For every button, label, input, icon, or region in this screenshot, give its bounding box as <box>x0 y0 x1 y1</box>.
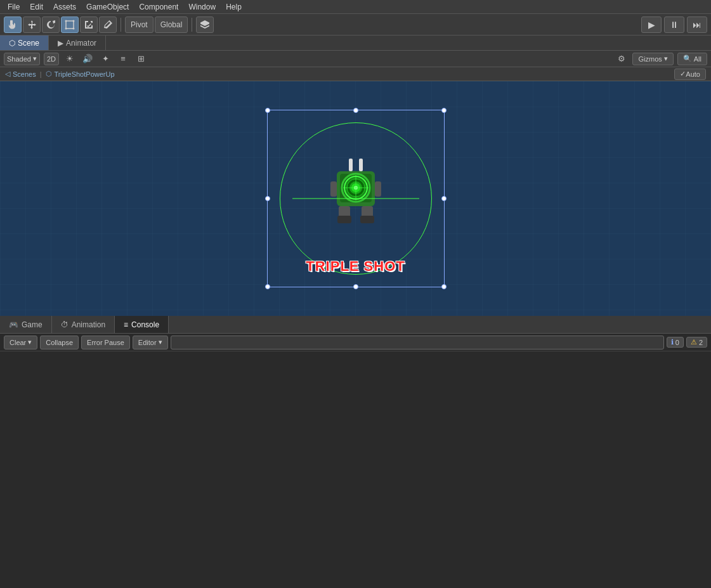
global-button[interactable]: Global <box>155 16 188 33</box>
rect-transform-button[interactable] <box>61 16 79 33</box>
pause-button[interactable]: ⏸ <box>664 16 684 33</box>
pivot-button[interactable]: Pivot <box>125 16 153 33</box>
hidden-layers-icon[interactable]: ≡ <box>116 53 130 65</box>
menu-file[interactable]: File <box>3 1 25 13</box>
console-count-area: ℹ 0 ⚠ 2 <box>667 337 707 348</box>
handle-bottom-right[interactable] <box>441 284 447 289</box>
console-content <box>0 351 711 588</box>
toolbar: Pivot Global ▶ ⏸ ⏭ <box>0 14 711 36</box>
gizmos-button[interactable]: Gizmos ▾ <box>632 53 673 65</box>
handle-top-right[interactable] <box>441 108 447 113</box>
info-icon: ℹ <box>671 338 674 346</box>
collapse-button[interactable]: Collapse <box>40 336 79 350</box>
hand-tool-button[interactable] <box>4 16 22 33</box>
lighting-icon[interactable]: ☀ <box>63 53 77 65</box>
clear-button[interactable]: Clear ▾ <box>4 336 37 350</box>
transform-button[interactable] <box>80 16 98 33</box>
triple-shot-text: TRIPLE SHOT <box>306 258 405 275</box>
console-toolbar: Clear ▾ Collapse Error Pause Editor ▾ ℹ … <box>0 334 711 351</box>
svg-point-2 <box>73 20 75 22</box>
scene-object[interactable]: TRIPLE SHOT <box>267 110 445 287</box>
gizmos-area: ⚙ Gizmos ▾ 🔍 All <box>615 53 707 65</box>
crosshair-horizontal <box>292 199 419 199</box>
breadcrumb-bar: ◁ Scenes | ⬡ TripleShotPowerUp ✓ Auto <box>0 67 711 81</box>
shaded-select[interactable]: Shaded ▾ <box>4 53 40 65</box>
svg-point-3 <box>65 27 67 29</box>
toolbar-separator-1 <box>121 18 121 32</box>
play-controls: ▶ ⏸ ⏭ <box>641 16 707 33</box>
settings-icon[interactable]: ⚙ <box>615 53 629 65</box>
layers-button[interactable] <box>196 16 214 33</box>
menu-component[interactable]: Component <box>134 1 183 13</box>
audio-icon[interactable]: 🔊 <box>81 53 95 65</box>
menu-window[interactable]: Window <box>183 1 221 13</box>
svg-point-1 <box>65 20 67 22</box>
tab-animation[interactable]: ⏱ Animation <box>52 316 115 333</box>
tab-console[interactable]: ≡ Console <box>115 316 169 333</box>
warning-count-badge[interactable]: ⚠ 2 <box>686 337 707 348</box>
menu-assets[interactable]: Assets <box>48 1 81 13</box>
shaded-bar: Shaded ▾ 2D ☀ 🔊 ✦ ≡ ⊞ ⚙ Gizmos ▾ 🔍 All <box>0 51 711 67</box>
svg-rect-0 <box>66 21 74 29</box>
tab-animator[interactable]: ▶ Animator <box>49 36 106 50</box>
toolbar-separator-2 <box>192 18 192 32</box>
fx-icon[interactable]: ✦ <box>98 53 112 65</box>
scene-tab-row: ⬡ Scene ▶ Animator <box>0 36 711 51</box>
menu-bar: File Edit Assets GameObject Component Wi… <box>0 0 711 14</box>
play-button[interactable]: ▶ <box>641 16 662 33</box>
move-tool-button[interactable] <box>23 16 41 33</box>
error-pause-button[interactable]: Error Pause <box>81 336 130 350</box>
menu-edit[interactable]: Edit <box>25 1 48 13</box>
bottom-panel-tabs: 🎮 Game ⏱ Animation ≡ Console <box>0 316 711 334</box>
handle-bottom-middle[interactable] <box>353 284 358 289</box>
step-button[interactable]: ⏭ <box>687 16 707 33</box>
handle-middle-left[interactable] <box>265 196 270 201</box>
auto-button[interactable]: ✓ Auto <box>674 69 706 80</box>
menu-help[interactable]: Help <box>221 1 247 13</box>
breadcrumb-object[interactable]: ⬡ TripleShotPowerUp <box>46 70 115 78</box>
tab-game[interactable]: 🎮 Game <box>0 316 52 333</box>
2d-button[interactable]: 2D <box>44 53 59 65</box>
menu-gameobject[interactable]: GameObject <box>81 1 134 13</box>
grid-icon[interactable]: ⊞ <box>134 53 148 65</box>
handle-top-left[interactable] <box>265 108 270 113</box>
breadcrumb-sep: | <box>40 70 42 78</box>
info-count-badge[interactable]: ℹ 0 <box>667 337 684 348</box>
console-search-input[interactable] <box>171 336 664 350</box>
scene-viewport[interactable]: TRIPLE SHOT <box>0 81 711 316</box>
svg-point-4 <box>73 27 75 29</box>
custom-tool-button[interactable] <box>99 16 117 33</box>
breadcrumb-scenes[interactable]: ◁ Scenes <box>5 70 36 78</box>
editor-button[interactable]: Editor ▾ <box>133 336 168 350</box>
handle-middle-right[interactable] <box>441 196 447 201</box>
handle-bottom-left[interactable] <box>265 284 270 289</box>
warning-icon: ⚠ <box>691 338 697 346</box>
rotate-tool-button[interactable] <box>42 16 60 33</box>
all-button[interactable]: 🔍 All <box>677 53 707 65</box>
tab-scene[interactable]: ⬡ Scene <box>0 36 49 50</box>
handle-top-middle[interactable] <box>353 108 358 113</box>
